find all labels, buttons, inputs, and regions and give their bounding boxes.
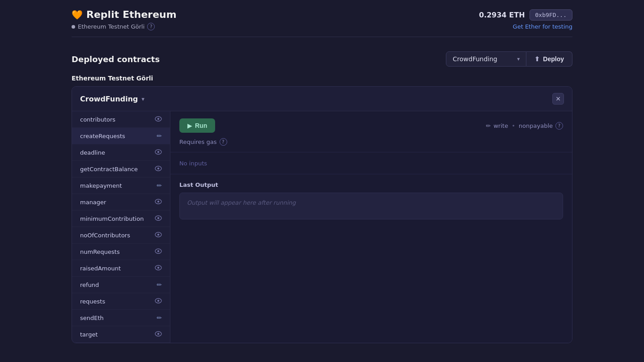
function-name-label: manager [80, 199, 106, 206]
dot-separator: • [512, 122, 515, 129]
eth-balance-row: 0.2934 ETH 0xb9FD... [479, 9, 572, 21]
pencil-icon: ✏ [157, 281, 162, 288]
deployed-section: Deployed contracts CrowdFunding ▾ ⬆ Depl… [72, 51, 572, 343]
view-icon [155, 116, 162, 123]
function-row[interactable]: numRequests [72, 244, 170, 260]
svg-point-15 [157, 267, 159, 269]
function-row[interactable]: noOfContributors [72, 227, 170, 244]
contract-card: CrowdFunding ▾ ✕ contributors createRequ… [72, 86, 572, 343]
function-row[interactable]: refund✏ [72, 277, 170, 293]
function-row[interactable]: createRequests✏ [72, 128, 170, 144]
last-output-label: Last Output [179, 181, 563, 188]
function-row[interactable]: getContractBalance [72, 161, 170, 177]
output-placeholder: Output will appear here after running [187, 199, 296, 206]
svg-point-19 [157, 333, 159, 335]
function-name-label: minimumContribution [80, 215, 144, 222]
deploy-label: Deploy [543, 55, 564, 63]
function-name-label: requests [80, 298, 105, 305]
no-inputs-text: No inputs [179, 160, 207, 167]
pencil-icon: ✏ [157, 182, 162, 189]
header-right: 0.2934 ETH 0xb9FD... Get Ether for testi… [479, 9, 572, 30]
functions-list: contributors createRequests✏deadline get… [72, 111, 170, 343]
view-icon [155, 232, 162, 239]
contract-select-label: CrowdFunding [453, 55, 497, 63]
contract-select-dropdown[interactable]: CrowdFunding ▾ [446, 51, 526, 67]
close-icon: ✕ [555, 95, 561, 102]
contract-name[interactable]: CrowdFunding ▾ [80, 95, 144, 103]
view-icon [155, 265, 162, 272]
run-play-icon: ▶ [187, 122, 192, 129]
function-row[interactable]: deadline [72, 144, 170, 161]
network-dot-icon [72, 25, 75, 29]
network-question-icon[interactable]: ? [147, 23, 155, 30]
output-box: Output will appear here after running [179, 193, 563, 219]
function-name-label: noOfContributors [80, 232, 130, 239]
deploy-upload-icon: ⬆ [534, 55, 540, 63]
function-name-label: createRequests [80, 133, 125, 139]
function-row[interactable]: minimumContribution [72, 210, 170, 227]
deployed-network-label: Ethereum Testnet Görli [72, 75, 572, 82]
requires-gas-row: Requires gas ? [179, 138, 563, 146]
function-name-label: refund [80, 282, 99, 288]
app-title: 🧡 Replit Ethereum [72, 9, 177, 20]
svg-point-3 [157, 151, 159, 153]
svg-point-5 [157, 168, 159, 169]
function-name-label: makepayment [80, 182, 122, 189]
svg-point-7 [157, 201, 159, 202]
svg-point-9 [157, 217, 159, 219]
view-icon [155, 165, 162, 173]
nonpayable-label: nonpayable [519, 122, 553, 129]
pencil-icon: ✏ [486, 122, 491, 129]
function-row[interactable]: raisedAmount [72, 260, 170, 277]
replit-emoji: 🧡 [72, 9, 83, 20]
get-ether-link[interactable]: Get Ether for testing [513, 23, 572, 30]
contract-close-button[interactable]: ✕ [552, 93, 564, 105]
header-left: 🧡 Replit Ethereum Ethereum Testnet Görli… [72, 9, 177, 30]
run-row: ▶ Run ✏ write • nonpayable ? [179, 118, 563, 133]
deployed-title: Deployed contracts [72, 55, 160, 64]
view-icon [155, 215, 162, 222]
svg-point-13 [157, 250, 159, 252]
svg-point-17 [157, 300, 159, 302]
view-icon [155, 298, 162, 305]
function-name-label: deadline [80, 149, 105, 156]
function-row[interactable]: requests [72, 293, 170, 310]
last-output-area: Last Output Output will appear here afte… [170, 174, 572, 227]
svg-point-1 [157, 118, 159, 120]
deployed-header: Deployed contracts CrowdFunding ▾ ⬆ Depl… [72, 51, 572, 67]
replit-wordmark: Replit [86, 9, 119, 20]
function-name-label: target [80, 331, 98, 338]
write-label: write [493, 122, 508, 129]
requires-gas-label: Requires gas [179, 139, 217, 145]
run-panel: ▶ Run ✏ write • nonpayable ? [170, 111, 572, 152]
view-icon [155, 198, 162, 206]
write-badge: ✏ write • nonpayable ? [486, 122, 563, 130]
header: 🧡 Replit Ethereum Ethereum Testnet Görli… [72, 0, 572, 37]
deploy-button[interactable]: ⬆ Deploy [526, 51, 572, 67]
requires-gas-question-icon[interactable]: ? [220, 138, 227, 146]
function-row[interactable]: manager [72, 194, 170, 210]
function-name-label: raisedAmount [80, 265, 121, 272]
panel-area: ▶ Run ✏ write • nonpayable ? [170, 111, 572, 343]
pencil-icon: ✏ [157, 314, 162, 321]
function-name-label: getContractBalance [80, 166, 138, 173]
run-button[interactable]: ▶ Run [179, 118, 215, 133]
contract-expand-icon: ▾ [142, 96, 145, 102]
function-name-label: contributors [80, 116, 115, 123]
function-row[interactable]: contributors [72, 111, 170, 128]
function-name-label: sendEth [80, 315, 104, 321]
no-inputs-area: No inputs [170, 152, 572, 174]
nonpayable-question-icon[interactable]: ? [555, 122, 563, 130]
function-row[interactable]: makepayment✏ [72, 177, 170, 194]
pencil-icon: ✏ [157, 132, 162, 139]
function-row[interactable]: target [72, 326, 170, 343]
function-name-label: numRequests [80, 248, 120, 255]
function-row[interactable]: sendEth✏ [72, 310, 170, 326]
view-icon [155, 149, 162, 156]
network-badge: Ethereum Testnet Görli ? [72, 23, 177, 30]
view-icon [155, 248, 162, 255]
contract-name-label: CrowdFunding [80, 95, 138, 103]
contract-card-header: CrowdFunding ▾ ✕ [72, 87, 572, 111]
wallet-address-badge[interactable]: 0xb9FD... [530, 9, 572, 21]
svg-point-11 [157, 234, 159, 236]
